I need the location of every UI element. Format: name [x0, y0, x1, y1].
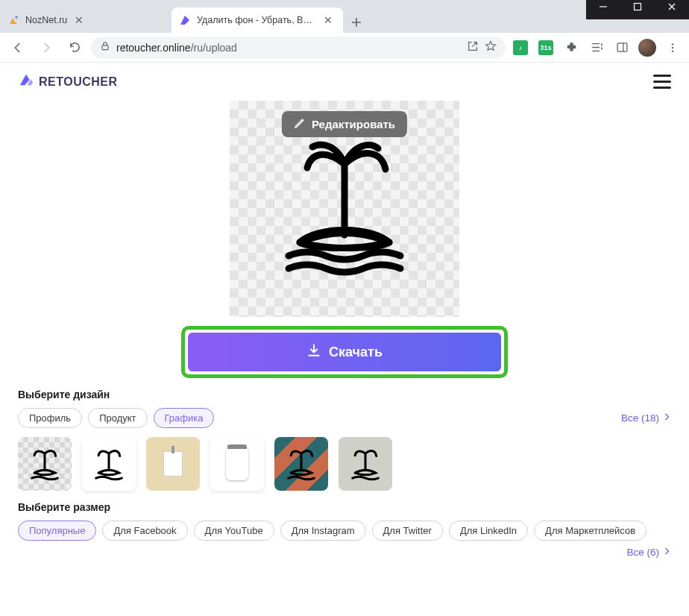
lock-icon — [100, 41, 110, 54]
svg-point-5 — [672, 50, 673, 51]
image-canvas: Редактировать — [230, 101, 459, 317]
design-more-link[interactable]: Все (18) — [621, 412, 671, 424]
share-icon[interactable] — [467, 40, 479, 54]
edit-button[interactable]: Редактировать — [282, 111, 407, 137]
tab-strip: NozNet.ru ✕ Удалить фон - Убрать, Выреза… — [0, 0, 689, 33]
chip-linkedin[interactable]: Для LinkedIn — [449, 521, 528, 541]
svg-rect-1 — [102, 45, 108, 50]
design-thumb-2[interactable] — [82, 437, 136, 491]
size-more-link[interactable]: Все (6) — [626, 547, 671, 558]
profile-avatar[interactable] — [637, 37, 658, 58]
side-panel-icon[interactable] — [611, 37, 632, 58]
size-chips: Популярные Для Facebook Для YouTube Для … — [18, 521, 671, 558]
design-title: Выберите дизайн — [18, 389, 671, 400]
svg-point-3 — [672, 43, 673, 45]
download-icon — [306, 343, 321, 362]
chip-profile[interactable]: Профиль — [18, 408, 82, 428]
extension-1[interactable]: ♪ — [510, 37, 531, 58]
design-thumbs — [18, 437, 671, 491]
omnibox[interactable]: retoucher.online/ru/upload — [91, 37, 506, 59]
chrome-menu-icon[interactable] — [662, 37, 683, 58]
back-button[interactable] — [6, 36, 30, 60]
chip-graphics[interactable]: Графика — [154, 408, 215, 428]
size-title: Выберите размер — [18, 501, 671, 513]
design-thumb-1[interactable] — [18, 437, 72, 491]
result-image — [266, 138, 423, 280]
svg-point-4 — [672, 46, 673, 48]
close-icon[interactable]: ✕ — [322, 14, 334, 26]
close-window-button[interactable] — [655, 0, 689, 19]
chip-popular[interactable]: Популярные — [18, 521, 96, 541]
tab-title: Удалить фон - Убрать, Вырезать — [197, 15, 316, 25]
brand-logo[interactable]: RETOUCHER — [18, 72, 118, 92]
chip-facebook[interactable]: Для Facebook — [102, 521, 187, 541]
download-highlight: Скачать — [181, 326, 508, 378]
maximize-button[interactable] — [620, 0, 655, 19]
bookmark-icon[interactable] — [485, 40, 497, 54]
extensions-icon[interactable] — [561, 37, 582, 58]
svg-rect-0 — [635, 4, 641, 10]
design-thumb-6[interactable] — [339, 437, 392, 491]
page-content: RETOUCHER Редактировать — [0, 63, 689, 558]
download-button[interactable]: Скачать — [188, 333, 501, 371]
logo-icon — [18, 72, 34, 92]
tab-title: NozNet.ru — [25, 15, 67, 25]
chip-marketplace[interactable]: Для Маркетплейсов — [534, 521, 646, 541]
pencil-icon — [294, 117, 306, 131]
svg-rect-2 — [617, 43, 627, 51]
extension-2[interactable]: 31s — [535, 37, 556, 58]
close-icon[interactable]: ✕ — [73, 14, 85, 26]
chevron-right-icon — [662, 412, 671, 424]
new-tab-button[interactable] — [346, 12, 367, 33]
chip-youtube[interactable]: Для YouTube — [194, 521, 274, 541]
chip-product[interactable]: Продукт — [88, 408, 147, 428]
minimize-button[interactable] — [586, 0, 620, 19]
design-thumb-3[interactable] — [146, 437, 200, 491]
chip-instagram[interactable]: Для Instagram — [280, 521, 366, 541]
favicon-icon — [179, 14, 191, 26]
browser-tab-1[interactable]: Удалить фон - Убрать, Вырезать ✕ — [172, 7, 343, 33]
reload-button[interactable] — [63, 36, 86, 60]
forward-button[interactable] — [34, 36, 58, 60]
page-header: RETOUCHER — [0, 63, 689, 101]
address-bar: retoucher.online/ru/upload ♪ 31s — [0, 33, 689, 63]
browser-tab-0[interactable]: NozNet.ru ✕ — [0, 7, 172, 33]
size-section: Выберите размер Популярные Для Facebook … — [0, 491, 689, 558]
menu-button[interactable] — [653, 75, 671, 89]
url-text: retoucher.online/ru/upload — [116, 42, 237, 54]
reading-list-icon[interactable] — [586, 37, 607, 58]
chip-twitter[interactable]: Для Twitter — [372, 521, 443, 541]
chevron-right-icon — [662, 547, 671, 558]
design-section: Выберите дизайн Профиль Продукт Графика … — [0, 378, 689, 491]
favicon-icon — [7, 14, 19, 26]
design-thumb-5[interactable] — [274, 437, 328, 491]
design-chips: Профиль Продукт Графика Все (18) — [18, 408, 671, 428]
download-label: Скачать — [329, 345, 383, 360]
edit-label: Редактировать — [312, 118, 395, 131]
design-thumb-4[interactable] — [210, 437, 264, 491]
window-controls — [586, 0, 689, 19]
brand-name: RETOUCHER — [39, 75, 118, 89]
